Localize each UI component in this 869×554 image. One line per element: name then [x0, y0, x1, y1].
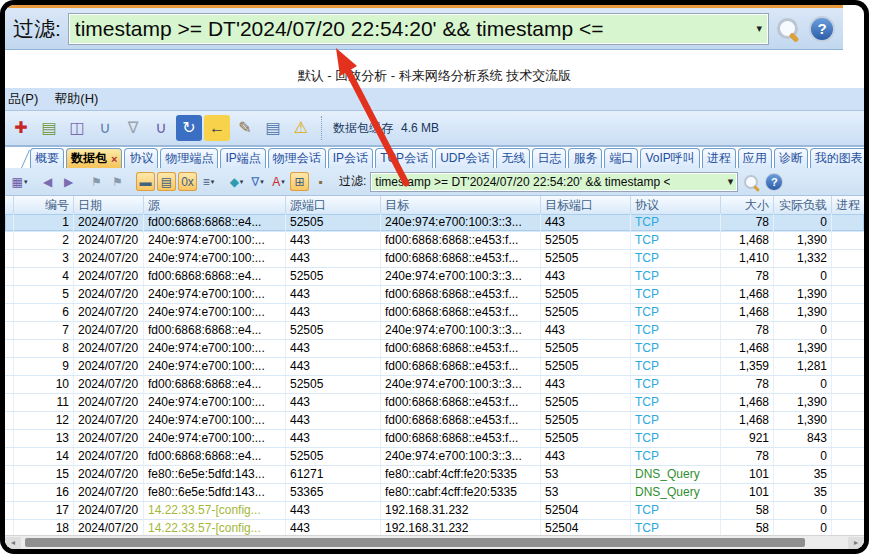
- table-row[interactable]: 162024/07/20fe80::6e5e:5dfd:143...53365f…: [5, 484, 864, 502]
- cell-proto: DNS_Query: [631, 484, 721, 501]
- table-row[interactable]: 12024/07/20fd00:6868:6868::e4...52505240…: [5, 214, 864, 232]
- table-row[interactable]: 142024/07/20fd00:6868:6868::e4...5250524…: [5, 448, 864, 466]
- cell-dport: 52505: [541, 232, 631, 249]
- table-row[interactable]: 52024/07/20240e:974:e700:100:...443fd00:…: [5, 286, 864, 304]
- save-icon[interactable]: ▦▾: [10, 172, 29, 191]
- col-header-src[interactable]: 源: [144, 196, 286, 214]
- color-scheme-icon[interactable]: ◆▾: [227, 172, 246, 191]
- search-icon[interactable]: [743, 173, 761, 191]
- table-row[interactable]: 172024/07/2014.22.33.57-[config...443192…: [5, 502, 864, 520]
- tab-close-icon[interactable]: ×: [111, 153, 117, 165]
- tab-item-17[interactable]: 我的图表: [810, 148, 864, 168]
- doc-save-icon[interactable]: ▤: [260, 115, 286, 141]
- view-hex-icon[interactable]: 0x: [178, 172, 197, 191]
- table-row[interactable]: 132024/07/20240e:974:e700:100:...443fd00…: [5, 430, 864, 448]
- chevron-down-icon[interactable]: ▾: [260, 178, 264, 186]
- tab-item-10[interactable]: 日志: [532, 148, 566, 168]
- tab-item-4[interactable]: IP端点: [220, 148, 265, 168]
- col-header-dst[interactable]: 目标: [381, 196, 541, 214]
- chevron-down-icon[interactable]: ▾: [240, 178, 244, 186]
- col-header-dport[interactable]: 目标端口: [541, 196, 631, 214]
- col-header-gutter[interactable]: [5, 196, 14, 214]
- h-scrollbar[interactable]: ◂ ▸: [5, 535, 864, 549]
- cell-proto: TCP: [631, 358, 721, 375]
- col-header-proto[interactable]: 协议: [631, 196, 721, 214]
- tab-item-6[interactable]: IP会话: [328, 148, 373, 168]
- help-icon[interactable]: ?: [765, 173, 783, 191]
- first-aid-icon[interactable]: ✚: [8, 115, 34, 141]
- packet-bucket-icon[interactable]: ∪: [92, 115, 118, 141]
- chevron-down-icon[interactable]: ▾: [24, 178, 28, 186]
- table-row[interactable]: 122024/07/20240e:974:e700:100:...443fd00…: [5, 412, 864, 430]
- chevron-down-icon[interactable]: ▾: [752, 22, 762, 35]
- table-row[interactable]: 22024/07/20240e:974:e700:100:...443fd00:…: [5, 232, 864, 250]
- tab-item-1[interactable]: 数据包×: [66, 148, 122, 168]
- table-row[interactable]: 182024/07/2014.22.33.57-[config...443192…: [5, 520, 864, 535]
- table-row[interactable]: 72024/07/20fd00:6868:6868::e4...52505240…: [5, 322, 864, 340]
- network-card-icon[interactable]: ▤: [36, 115, 62, 141]
- chevron-down-icon[interactable]: ▾: [281, 178, 285, 186]
- view-summary-icon[interactable]: ▬: [136, 172, 155, 191]
- col-header-size[interactable]: 大小: [721, 196, 774, 214]
- tab-item-7[interactable]: TCP会话: [375, 148, 433, 168]
- tab-item-8[interactable]: UDP会话: [435, 148, 494, 168]
- lock-icon[interactable]: ▪: [311, 172, 330, 191]
- cell-payload: 35: [774, 484, 832, 501]
- menu-item-product[interactable]: 品(P): [8, 90, 38, 108]
- tab-item-14[interactable]: 进程: [702, 148, 736, 168]
- tab-item-16[interactable]: 诊断: [774, 148, 808, 168]
- cell-no: 17: [14, 502, 74, 519]
- edit-icon[interactable]: ✎: [232, 115, 258, 141]
- table-row[interactable]: 32024/07/20240e:974:e700:100:...443fd00:…: [5, 250, 864, 268]
- next-packet-icon[interactable]: ▶: [59, 172, 78, 191]
- tab-item-11[interactable]: 服务: [568, 148, 602, 168]
- tab-item-15[interactable]: 应用: [738, 148, 772, 168]
- help-icon[interactable]: ?: [809, 16, 835, 42]
- replay-icon[interactable]: ↻: [176, 115, 202, 141]
- tab-item-3[interactable]: 物理端点: [160, 148, 218, 168]
- view-detail-icon[interactable]: ▤: [157, 172, 176, 191]
- prev-packet-icon[interactable]: ◀: [38, 172, 57, 191]
- highlight-icon[interactable]: A▾: [269, 172, 288, 191]
- col-header-date[interactable]: 日期: [74, 196, 144, 214]
- col-header-no[interactable]: 编号: [14, 196, 74, 214]
- table-row[interactable]: 92024/07/20240e:974:e700:100:...443fd00:…: [5, 358, 864, 376]
- cell-src: fd00:6868:6868::e4...: [144, 448, 286, 465]
- tab-item-12[interactable]: 端口: [604, 148, 638, 168]
- table-row[interactable]: 102024/07/20fd00:6868:6868::e4...5250524…: [5, 376, 864, 394]
- table-row[interactable]: 152024/07/20fe80::6e5e:5dfd:143...61271f…: [5, 466, 864, 484]
- bookmark-prev-icon[interactable]: ⚑: [87, 172, 106, 191]
- topology-icon[interactable]: ◫: [64, 115, 90, 141]
- tab-item-9[interactable]: 无线: [496, 148, 530, 168]
- scroll-right-button[interactable]: ▸: [848, 537, 864, 549]
- conversation-filter-icon[interactable]: ∇▾: [248, 172, 267, 191]
- scroll-left-button[interactable]: ◂: [5, 537, 21, 549]
- col-header-payload[interactable]: 实际负载: [774, 196, 832, 214]
- folder-back-icon[interactable]: ←: [204, 115, 230, 141]
- table-row[interactable]: 42024/07/20fd00:6868:6868::e4...52505240…: [5, 268, 864, 286]
- bookmark-next-icon[interactable]: ⚑: [108, 172, 127, 191]
- search-icon[interactable]: [776, 16, 802, 42]
- tab-item-0[interactable]: 概要: [30, 148, 64, 168]
- tab-label: IP端点: [225, 150, 260, 167]
- tab-item-13[interactable]: VoIP呼叫: [640, 148, 699, 168]
- col-header-proc[interactable]: 进程: [832, 196, 864, 214]
- filter-combobox-large[interactable]: timestamp >= DT'2024/07/20 22:54:20' && …: [68, 13, 769, 45]
- tab-item-2[interactable]: 协议: [124, 148, 158, 168]
- filter-combobox[interactable]: timestamp >= DT'2024/07/20 22:54:20' && …: [370, 172, 738, 192]
- bucket-save-icon[interactable]: ∪: [148, 115, 174, 141]
- cell-dst: 240e:974:e700:100:3::3...: [381, 322, 541, 339]
- filter-funnel-icon[interactable]: ∇: [120, 115, 146, 141]
- chevron-down-icon[interactable]: ▾: [211, 178, 215, 186]
- tab-item-5[interactable]: 物理会话: [268, 148, 326, 168]
- decode-tree-icon[interactable]: ⊞: [290, 172, 309, 191]
- scrollbar-thumb[interactable]: [25, 538, 805, 547]
- table-row[interactable]: 62024/07/20240e:974:e700:100:...443fd00:…: [5, 304, 864, 322]
- table-row[interactable]: 82024/07/20240e:974:e700:100:...443fd00:…: [5, 340, 864, 358]
- col-header-sport[interactable]: 源端口: [286, 196, 381, 214]
- menu-item-help[interactable]: 帮助(H): [54, 90, 98, 108]
- column-list-icon[interactable]: ≡▾: [199, 172, 218, 191]
- chevron-down-icon[interactable]: ▾: [724, 175, 734, 188]
- warning-icon[interactable]: ⚠: [288, 115, 314, 141]
- table-row[interactable]: 112024/07/20240e:974:e700:100:...443fd00…: [5, 394, 864, 412]
